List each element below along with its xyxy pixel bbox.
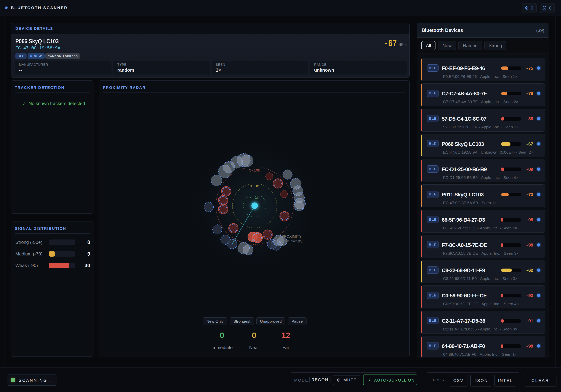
svg-text:3-10m: 3-10m	[249, 168, 260, 173]
svg-text:(signal strength): (signal strength)	[281, 239, 302, 242]
svg-text:PROXIMITY: PROXIMITY	[281, 234, 302, 238]
svg-text:1-3m: 1-3m	[250, 184, 259, 188]
svg-text:< 1m: < 1m	[250, 196, 259, 200]
